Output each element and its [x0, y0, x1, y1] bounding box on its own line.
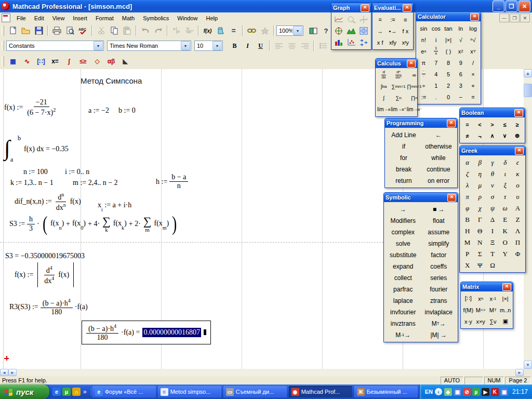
calculate-button[interactable]: =	[227, 24, 240, 37]
programming-button-9[interactable]: on error	[421, 175, 456, 186]
contour-plot-button[interactable]	[357, 25, 369, 36]
greek-letter-button-23[interactable]: ω	[499, 203, 511, 214]
symbolic-button-8[interactable]: substitute	[385, 249, 421, 260]
close-icon[interactable]: ✕	[447, 194, 456, 202]
calculator-button-12[interactable]: ( )	[443, 46, 455, 57]
symbolic-button-5[interactable]: assume	[421, 227, 457, 237]
menu-window[interactable]: Window	[173, 14, 202, 22]
menu-edit[interactable]: Edit	[30, 14, 48, 22]
greek-letter-button-16[interactable]: ρ	[474, 191, 486, 202]
style-combobox[interactable]: Constants▼	[6, 41, 104, 51]
hyperlink-button[interactable]	[245, 24, 258, 37]
greek-letter-button-32[interactable]: I	[486, 225, 498, 236]
symbolic-button-23[interactable]: |M| →	[421, 329, 457, 340]
horizontal-scrollbar[interactable]: ◄ ► ►	[0, 369, 532, 376]
greek-letter-button-13[interactable]: ξ	[499, 180, 511, 191]
calculator-toolbar-button[interactable]: ▦	[6, 55, 20, 68]
menu-symbolics[interactable]: Symbolics	[139, 14, 173, 22]
insert-unit-button[interactable]	[214, 24, 227, 37]
task-button[interactable]: ≡Metod simpso...	[158, 386, 221, 397]
programming-button-2[interactable]: if	[387, 141, 421, 152]
task-button[interactable]: ЖБезымянный ...	[354, 386, 418, 397]
symbolic-palette-titlebar[interactable]: Symbolic ✕	[384, 193, 458, 202]
greek-letter-button-12[interactable]: ν	[486, 180, 498, 191]
s3-result-region[interactable]: S3 = −0.350000019675003	[5, 252, 85, 260]
calculator-button-34[interactable]: =	[467, 91, 479, 102]
matrix-palette-titlebar[interactable]: Matrix ✕	[461, 282, 513, 291]
child-minimize-button[interactable]: —	[499, 14, 509, 22]
symbolic-button-16[interactable]: laplace	[385, 295, 421, 306]
evaluation-button-4[interactable]: •→	[387, 25, 398, 36]
greek-palette-titlebar[interactable]: Greek ✕	[460, 146, 525, 155]
kaspersky-tray-icon[interactable]: K	[491, 388, 499, 396]
bar3d-plot-button[interactable]	[333, 37, 345, 48]
close-icon[interactable]: ✕	[361, 4, 369, 12]
symbolic-button-11[interactable]: coeffs	[421, 261, 457, 272]
calculator-button-31[interactable]: .	[430, 91, 442, 102]
scatter3d-plot-button[interactable]	[345, 37, 357, 48]
calculator-button-26[interactable]: 1	[430, 80, 442, 91]
greek-letter-button-28[interactable]: E	[499, 214, 511, 225]
align-down-button[interactable]	[183, 24, 196, 37]
calculus-toolbar-button[interactable]: ∫	[62, 55, 76, 68]
menu-format[interactable]: Format	[91, 14, 118, 22]
greek-letter-button-7[interactable]: θ	[486, 168, 498, 179]
b-definition-region[interactable]: b := 0	[118, 107, 136, 115]
difn-definition-region[interactable]: dif_n(x,n) := dn dxn f(x)	[15, 192, 81, 212]
minimize-button[interactable]: _	[493, 1, 504, 12]
calculus-button-4[interactable]: ∑mn=1	[391, 81, 406, 92]
calculator-button-27[interactable]: 2	[443, 80, 455, 91]
bold-button[interactable]: B	[228, 39, 241, 52]
align-left-button[interactable]	[272, 39, 285, 52]
task-button[interactable]: eФорум «Всё ...	[92, 386, 156, 397]
scroll-right-icon[interactable]: ►	[8, 369, 17, 376]
calculator-button-21[interactable]: 4	[430, 69, 442, 79]
a-definition-region[interactable]: a := −2	[88, 107, 109, 115]
redo-button[interactable]	[152, 24, 165, 37]
align-center-button[interactable]	[285, 39, 298, 52]
xy-plot-button[interactable]	[333, 14, 345, 25]
matrix-button-5[interactable]: M<>	[475, 304, 487, 315]
calculator-button-0[interactable]: sin	[418, 23, 430, 34]
calculator-button-28[interactable]: 3	[455, 80, 467, 91]
toolbar-grip[interactable]	[2, 41, 4, 51]
matrix-button-8[interactable]: x·y	[462, 316, 474, 327]
symbolic-button-3[interactable]: float	[421, 215, 457, 226]
chevron-down-icon[interactable]: ▼	[293, 26, 302, 35]
greek-letter-button-5[interactable]: ζ	[461, 168, 473, 179]
calculator-button-33[interactable]: −	[455, 91, 467, 102]
boolean-toolbar-button[interactable]: ≤≥	[76, 55, 90, 68]
symbolic-button-1[interactable]: ■ →	[421, 204, 457, 215]
symbolic-toolbar-button[interactable]: ◣	[118, 55, 132, 68]
greek-letter-button-21[interactable]: χ	[474, 203, 486, 214]
chevron-down-icon[interactable]: ▼	[181, 41, 190, 50]
greek-letter-button-14[interactable]: ο	[512, 180, 524, 191]
greek-letter-button-17[interactable]: σ	[486, 191, 498, 202]
calculator-button-4[interactable]: log	[467, 23, 479, 34]
greek-letter-button-27[interactable]: Δ	[486, 214, 498, 225]
calculator-button-7[interactable]: |×|	[443, 34, 455, 45]
boolean-palette-titlebar[interactable]: Boolean ✕	[460, 108, 525, 117]
greek-letter-button-40[interactable]: P	[461, 248, 473, 259]
utorrent-tray-icon[interactable]: µ	[472, 388, 480, 396]
symbolic-button-19[interactable]: invlaplace	[421, 307, 457, 317]
greek-letter-button-41[interactable]: Σ	[474, 248, 486, 259]
greek-letter-button-0[interactable]: α	[461, 157, 473, 168]
blocked-tray-icon[interactable]: ⊘	[463, 388, 471, 396]
save-button[interactable]	[32, 24, 45, 37]
greek-letter-button-1[interactable]: β	[474, 157, 486, 168]
underline-button[interactable]: U	[254, 39, 267, 52]
calculator-button-9[interactable]: ⁿ√	[467, 34, 479, 45]
worksheet-title[interactable]: Метод Симпсона	[81, 76, 142, 86]
greek-letter-button-18[interactable]: τ	[499, 191, 511, 202]
calculator-button-8[interactable]: √	[455, 34, 467, 45]
boolean-button-8[interactable]: ∨	[499, 130, 511, 141]
greek-letter-button-47[interactable]: Ω	[486, 260, 498, 271]
calculator-button-17[interactable]: 8	[443, 57, 455, 68]
evaluation-button-5[interactable]: f x	[400, 25, 411, 36]
greek-letter-button-19[interactable]: υ	[512, 191, 524, 202]
qip-quicklaunch-icon[interactable]: ☼	[72, 388, 81, 396]
r3-definition-region[interactable]: R3(S3) := (b − a)·h4 180 ·f(a)	[9, 298, 88, 316]
evaluation-button-6[interactable]: x f	[374, 37, 386, 48]
new-button[interactable]	[6, 24, 19, 37]
